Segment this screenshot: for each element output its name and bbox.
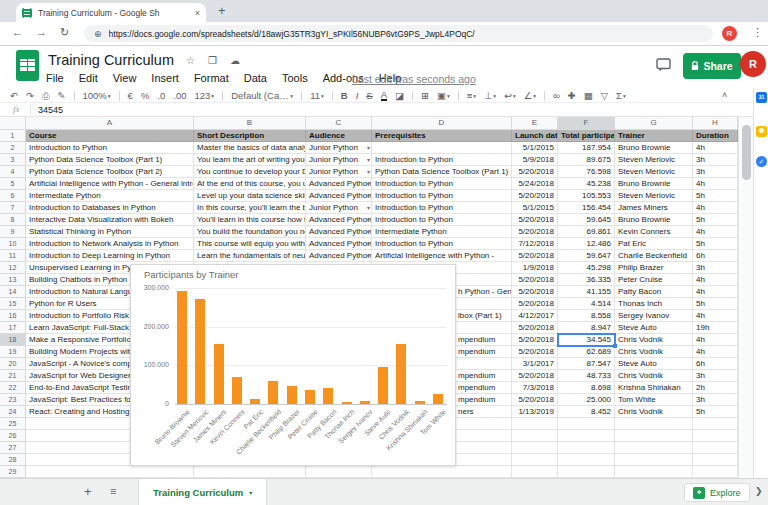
row-number[interactable]: 27 <box>0 442 26 454</box>
cell[interactable] <box>693 430 738 442</box>
insert-link-icon[interactable]: ∞ <box>553 90 560 101</box>
row-number[interactable]: 8 <box>0 214 26 226</box>
menu-file[interactable]: File <box>46 72 64 84</box>
dropdown-arrow-icon[interactable]: ▾ <box>367 227 370 238</box>
cell[interactable] <box>558 418 615 430</box>
cell[interactable]: Advanced Python▾ <box>306 226 372 238</box>
header-cell[interactable]: Total participants <box>558 130 615 142</box>
cell[interactable]: 5/20/2018 <box>512 322 558 334</box>
italic-icon[interactable]: I <box>356 90 359 101</box>
cell[interactable]: Intermediate Python <box>26 190 194 202</box>
cell[interactable]: 5/20/2018 <box>512 334 558 346</box>
cell[interactable]: 5h <box>693 190 738 202</box>
cell[interactable]: Statistical Thinking in Python <box>26 226 194 238</box>
formula-bar-value[interactable]: 34545 <box>38 105 63 115</box>
cell[interactable]: Introduction to Deep Learning in Python <box>26 250 194 262</box>
row-number[interactable]: 16 <box>0 310 26 322</box>
cell[interactable]: Tom White <box>615 394 693 406</box>
back-icon[interactable]: ← <box>12 26 23 38</box>
cell[interactable]: 19h <box>693 322 738 334</box>
cell[interactable] <box>372 142 512 154</box>
column-header-H[interactable]: H <box>693 117 738 130</box>
undo-icon[interactable]: ↶ <box>10 90 18 101</box>
selected-cell-outline[interactable] <box>557 333 616 347</box>
cell[interactable]: 105.553 <box>558 190 615 202</box>
redo-icon[interactable]: ↷ <box>26 90 34 101</box>
cell[interactable]: 4h <box>693 202 738 214</box>
column-header-F[interactable]: F <box>558 117 615 130</box>
row-number[interactable]: 6 <box>0 190 26 202</box>
cell[interactable]: 41.155 <box>558 286 615 298</box>
row-number[interactable]: 18 <box>0 334 26 346</box>
forward-icon[interactable]: → <box>36 26 47 38</box>
dropdown-arrow-icon[interactable]: ▾ <box>367 239 370 250</box>
row-number[interactable]: 5 <box>0 178 26 190</box>
cell[interactable]: 5/1/2015 <box>512 142 558 154</box>
cell[interactable]: 187.954 <box>558 142 615 154</box>
cell[interactable] <box>615 466 693 478</box>
column-header-G[interactable]: G <box>615 117 693 130</box>
paint-format-icon[interactable]: ✎ <box>58 90 66 101</box>
row-number[interactable]: 3 <box>0 154 26 166</box>
cell[interactable]: Artificial Intelligence with Python - Ge… <box>26 178 194 190</box>
cell[interactable]: 25.000 <box>558 394 615 406</box>
menu-tools[interactable]: Tools <box>282 72 308 84</box>
cell[interactable]: Patty Bacon <box>615 286 693 298</box>
browser-avatar[interactable]: R <box>722 26 737 41</box>
document-title[interactable]: Training Curriculum <box>48 52 174 68</box>
cell[interactable]: Introduction to Python <box>26 142 194 154</box>
cell[interactable]: Learn the fundamentals of neural r <box>194 250 306 262</box>
site-info-icon[interactable]: ⊕ <box>94 29 102 39</box>
sheets-logo-icon[interactable] <box>16 50 39 81</box>
font-select[interactable]: Default (Ca…▾ <box>231 90 293 101</box>
cell[interactable]: 156.454 <box>558 202 615 214</box>
cell[interactable]: This course will equip you with the <box>194 238 306 250</box>
cell[interactable]: Steven Meriovic <box>615 166 693 178</box>
cell[interactable]: 89.675 <box>558 154 615 166</box>
cell[interactable]: Steven Meriovic <box>615 190 693 202</box>
cell[interactable]: 1/9/2018 <box>512 262 558 274</box>
cell[interactable] <box>306 466 372 478</box>
text-rotation-icon[interactable]: ∠▾ <box>524 90 536 101</box>
cell[interactable]: 5/20/2018 <box>512 274 558 286</box>
header-cell[interactable]: Short Description <box>194 130 306 142</box>
percent-format-icon[interactable]: % <box>141 90 149 101</box>
all-sheets-icon[interactable]: ≡ <box>110 485 116 497</box>
menu-edit[interactable]: Edit <box>79 72 98 84</box>
horizontal-align-icon[interactable]: ≡▾ <box>467 90 476 101</box>
sheet-tab-training-curriculum[interactable]: Training Curriculum ▾ <box>138 479 267 505</box>
cell[interactable]: You'll learn in this course how to cr <box>194 214 306 226</box>
cell[interactable] <box>558 442 615 454</box>
cell[interactable] <box>615 418 693 430</box>
cell[interactable]: 5/24/2018 <box>512 178 558 190</box>
print-icon[interactable]: ⎙ <box>42 90 50 102</box>
cell[interactable]: 87.547 <box>558 358 615 370</box>
cell[interactable]: 5h <box>693 214 738 226</box>
row-number[interactable]: 19 <box>0 346 26 358</box>
column-header-A[interactable]: A <box>26 117 194 130</box>
collapse-toolbar-icon[interactable]: ˄ <box>722 90 727 100</box>
cell[interactable]: 59.647 <box>558 250 615 262</box>
cell[interactable] <box>512 418 558 430</box>
cell[interactable]: You build the foundation you need <box>194 226 306 238</box>
cell[interactable]: 7/3/2018 <box>512 382 558 394</box>
cell[interactable]: Junior Python▾ <box>306 166 372 178</box>
add-sheet-button[interactable]: + <box>84 484 92 499</box>
scroll-right-icon[interactable]: ❯ <box>755 486 763 496</box>
cell[interactable]: Introduction to Python <box>372 154 512 166</box>
cell[interactable] <box>615 442 693 454</box>
cell[interactable]: 4h <box>693 274 738 286</box>
row-number[interactable]: 14 <box>0 286 26 298</box>
cell[interactable]: Kevin Conners <box>615 226 693 238</box>
explore-button[interactable]: ✦ Explore <box>684 483 750 502</box>
cell[interactable] <box>693 454 738 466</box>
cell[interactable] <box>615 430 693 442</box>
cell[interactable]: 59.645 <box>558 214 615 226</box>
cell[interactable]: Advanced Python▾ <box>306 238 372 250</box>
cell[interactable]: Introduction to Databases in Python <box>26 202 194 214</box>
formula-bar[interactable]: fx 34545 <box>0 103 753 117</box>
cell[interactable]: 3h <box>693 394 738 406</box>
cell[interactable] <box>558 466 615 478</box>
cell[interactable]: Junior Python▾ <box>306 154 372 166</box>
cell[interactable]: 4h <box>693 334 738 346</box>
